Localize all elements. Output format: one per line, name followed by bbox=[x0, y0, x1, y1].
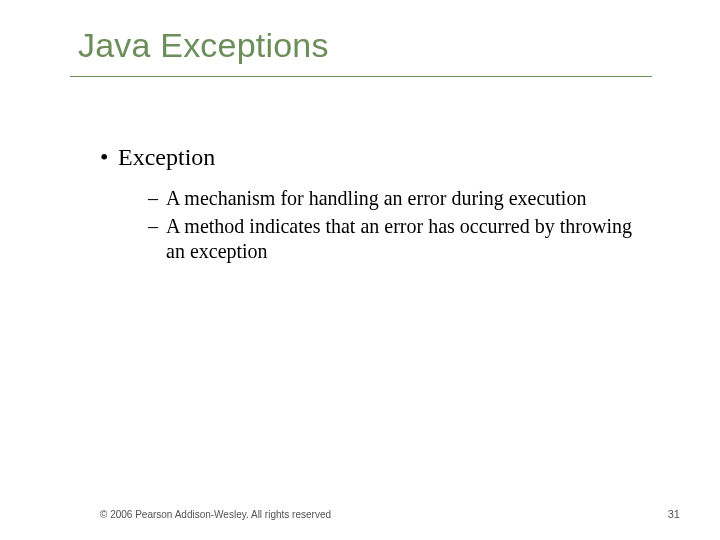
dash-marker: – bbox=[148, 214, 166, 264]
bullet-marker: • bbox=[100, 144, 118, 171]
title-underline bbox=[70, 76, 652, 77]
bullet-text: Exception bbox=[118, 144, 215, 170]
dash-marker: – bbox=[148, 186, 166, 211]
sub-bullet-text: A mechanism for handling an error during… bbox=[166, 186, 648, 211]
footer-copyright: © 2006 Pearson Addison-Wesley. All right… bbox=[100, 509, 331, 520]
footer-page-number: 31 bbox=[668, 508, 680, 520]
sub-bullet-block: – A mechanism for handling an error duri… bbox=[148, 186, 648, 267]
sub-bullet-item: – A method indicates that an error has o… bbox=[148, 214, 648, 264]
bullet-item: •Exception bbox=[100, 144, 215, 171]
slide: Java Exceptions •Exception – A mechanism… bbox=[0, 0, 720, 540]
sub-bullet-item: – A mechanism for handling an error duri… bbox=[148, 186, 648, 211]
slide-title: Java Exceptions bbox=[78, 26, 329, 65]
sub-bullet-text: A method indicates that an error has occ… bbox=[166, 214, 648, 264]
